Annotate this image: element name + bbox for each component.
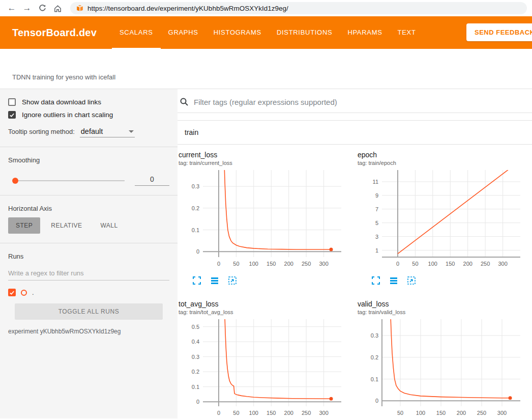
scalar-chart-valid-loss: valid_loss tag: train/valid_loss 00.10.2… <box>357 294 532 418</box>
tab-scalars[interactable]: SCALARS <box>112 16 161 49</box>
horizontal-axis-label: Horizontal Axis <box>8 205 169 212</box>
svg-text:9: 9 <box>375 192 378 199</box>
line-chart[interactable]: 00.10.20.3050100150200250300 <box>178 167 345 271</box>
chart-tag: tag: train/tot_avg_loss <box>179 309 357 315</box>
svg-text:100: 100 <box>249 261 258 267</box>
runs-filter-input[interactable] <box>8 267 169 281</box>
svg-text:0.3: 0.3 <box>192 354 199 360</box>
svg-text:300: 300 <box>319 261 328 267</box>
chart-tag: tag: train/current_loss <box>179 160 357 166</box>
slider-thumb[interactable] <box>12 178 18 184</box>
svg-text:50: 50 <box>233 410 239 416</box>
main-nav: SCALARS GRAPHS HISTOGRAMS DISTRIBUTIONS … <box>112 16 424 49</box>
chart-title: current_loss <box>179 151 357 159</box>
svg-text:150: 150 <box>436 410 446 416</box>
svg-text:250: 250 <box>302 261 311 267</box>
forward-icon[interactable]: → <box>20 2 34 14</box>
tooltip-sorting-label: Tooltip sorting method: <box>8 128 75 135</box>
svg-text:0: 0 <box>217 261 220 267</box>
checkbox-checked-icon <box>8 111 16 119</box>
home-icon[interactable] <box>51 2 64 14</box>
settings-sidebar: Show data download links Ignore outliers… <box>0 89 178 418</box>
send-feedback-button[interactable]: SEND FEEDBACK <box>466 23 532 41</box>
tab-text[interactable]: TEXT <box>390 16 424 49</box>
svg-text:250: 250 <box>481 261 490 267</box>
tooltip-sorting-dropdown[interactable]: default <box>80 127 135 137</box>
svg-text:0.1: 0.1 <box>371 376 378 382</box>
svg-text:150: 150 <box>267 410 276 416</box>
checkbox-unchecked-icon <box>8 98 16 106</box>
svg-text:0: 0 <box>375 398 378 404</box>
svg-text:1: 1 <box>375 247 378 254</box>
log-scale-icon[interactable] <box>389 275 399 286</box>
smoothing-value-input[interactable]: 0 <box>135 175 169 186</box>
svg-text:300: 300 <box>498 261 507 267</box>
svg-text:0.5: 0.5 <box>192 324 199 330</box>
ignore-outliers-checkbox[interactable]: Ignore outliers in chart scaling <box>8 111 169 119</box>
url-text: https://tensorboard.dev/experiment/yKUbh… <box>87 5 288 12</box>
axis-wall-button[interactable]: WALL <box>93 217 125 234</box>
svg-text:300: 300 <box>497 410 507 416</box>
scalars-dashboard: train current_loss tag: train/current_lo… <box>178 89 532 418</box>
svg-text:150: 150 <box>267 261 276 267</box>
chart-title: tot_avg_loss <box>179 300 357 308</box>
fullscreen-icon[interactable] <box>371 275 381 286</box>
svg-text:0: 0 <box>396 261 399 267</box>
svg-text:50: 50 <box>233 261 239 267</box>
line-chart[interactable]: 00.10.20.350100150200250300 <box>357 316 524 418</box>
svg-text:0.2: 0.2 <box>371 354 378 360</box>
smoothing-slider[interactable] <box>13 180 125 181</box>
tab-distributions[interactable]: DISTRIBUTIONS <box>269 16 340 49</box>
svg-text:0.4: 0.4 <box>192 339 199 345</box>
svg-text:0.2: 0.2 <box>192 369 199 375</box>
svg-text:100: 100 <box>249 410 258 416</box>
chart-title: valid_loss <box>358 300 532 308</box>
svg-text:0.1: 0.1 <box>192 227 199 233</box>
tab-graphs[interactable]: GRAPHS <box>161 16 206 49</box>
refresh-icon[interactable] <box>36 2 49 14</box>
svg-text:200: 200 <box>284 410 293 416</box>
fit-domain-icon[interactable] <box>406 275 417 286</box>
experiment-subheader: TDNN training for yesno with icefall <box>0 49 532 89</box>
svg-text:200: 200 <box>463 261 472 267</box>
tensorboard-favicon <box>76 5 83 12</box>
run-checkbox-icon[interactable] <box>8 289 16 296</box>
show-download-links-checkbox[interactable]: Show data download links <box>8 98 169 106</box>
show-download-links-label: Show data download links <box>22 98 101 106</box>
ignore-outliers-label: Ignore outliers in chart scaling <box>22 111 113 119</box>
tag-group-train: train current_loss tag: train/current_lo… <box>178 120 532 418</box>
fullscreen-icon[interactable] <box>192 275 202 286</box>
app-header: TensorBoard.dev SCALARS GRAPHS HISTOGRAM… <box>0 16 532 49</box>
svg-text:200: 200 <box>457 410 466 416</box>
address-bar[interactable]: https://tensorboard.dev/experiment/yKUbh… <box>70 2 527 14</box>
tag-group-header[interactable]: train <box>178 121 532 145</box>
back-icon[interactable]: ← <box>5 2 18 14</box>
fit-domain-icon[interactable] <box>227 275 238 286</box>
svg-text:0.3: 0.3 <box>371 332 378 339</box>
experiment-id-label: experiment yKUbhb5wRmOSXYkId1z9eg <box>8 328 169 335</box>
app-title: TensorBoard.dev <box>12 27 97 39</box>
smoothing-label: Smoothing <box>8 156 169 164</box>
axis-step-button[interactable]: STEP <box>8 217 40 234</box>
axis-relative-button[interactable]: RELATIVE <box>43 217 90 234</box>
svg-text:0.1: 0.1 <box>192 384 199 390</box>
toggle-all-runs-button[interactable]: TOGGLE ALL RUNS <box>15 303 163 320</box>
svg-text:150: 150 <box>446 261 455 267</box>
svg-text:11: 11 <box>373 179 378 185</box>
run-row[interactable]: . <box>8 289 169 296</box>
tab-histograms[interactable]: HISTOGRAMS <box>206 16 269 49</box>
svg-text:0.3: 0.3 <box>192 183 199 189</box>
divider <box>0 243 178 243</box>
line-chart[interactable]: 1357911050100150200250300 <box>357 167 524 271</box>
log-scale-icon[interactable] <box>210 275 220 286</box>
filter-tags-input[interactable] <box>194 98 509 106</box>
svg-text:3: 3 <box>375 234 378 240</box>
svg-text:0: 0 <box>217 410 220 416</box>
runs-label: Runs <box>8 253 169 260</box>
run-color-swatch-icon <box>21 290 27 296</box>
svg-text:100: 100 <box>416 410 425 416</box>
svg-text:0: 0 <box>196 399 199 405</box>
tab-hparams[interactable]: HPARAMS <box>340 16 390 49</box>
line-chart[interactable]: 00.10.20.30.40.5050100150200250300 <box>178 316 345 418</box>
divider <box>0 147 178 147</box>
